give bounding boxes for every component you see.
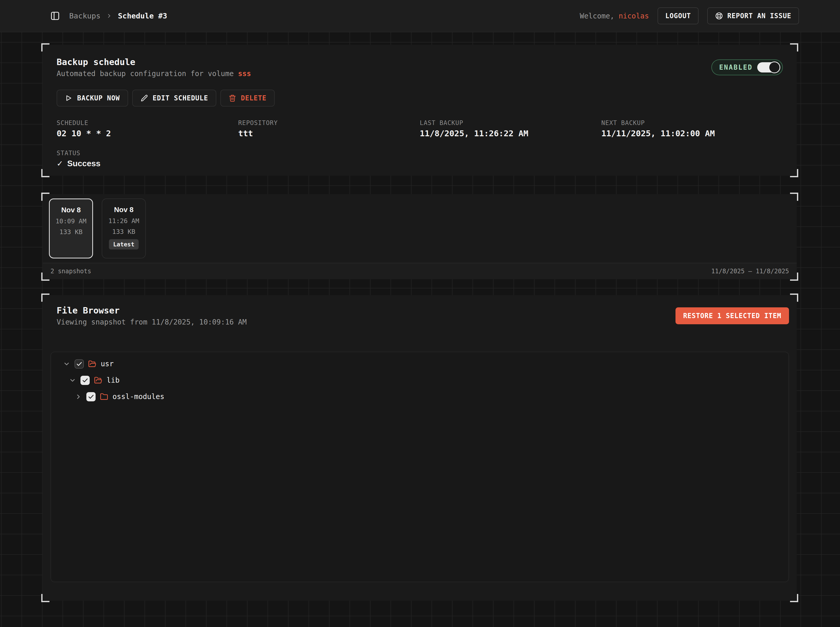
- checkbox-checked[interactable]: [86, 392, 96, 401]
- tree-item-ossl-modules[interactable]: ossl-modules: [51, 389, 788, 405]
- file-browser-title: File Browser: [57, 305, 247, 316]
- field-label: REPOSITORY: [238, 119, 420, 126]
- field-value: ttt: [238, 129, 420, 138]
- snapshot-time: 11:26 AM: [108, 217, 139, 225]
- snapshot-date: Nov 8: [61, 206, 81, 214]
- pencil-icon: [141, 94, 148, 102]
- file-browser-panel: File Browser Viewing snapshot from 11/8/…: [43, 295, 797, 600]
- sidebar-toggle-button[interactable]: [50, 11, 60, 21]
- toggle-switch[interactable]: [757, 62, 780, 72]
- volume-name: sss: [238, 69, 251, 78]
- corner-bracket: [41, 169, 49, 177]
- corner-bracket: [790, 169, 798, 177]
- corner-bracket: [41, 293, 49, 302]
- welcome-prefix: Welcome,: [580, 12, 614, 20]
- delete-button[interactable]: DELETE: [220, 90, 275, 107]
- report-issue-label: REPORT AN ISSUE: [727, 12, 791, 20]
- page-title: Backup schedule: [57, 57, 251, 67]
- edit-schedule-button[interactable]: EDIT SCHEDULE: [132, 90, 216, 107]
- panel-subtitle: Automated backup configuration for volum…: [57, 69, 251, 79]
- tree-item-label: usr: [101, 359, 114, 368]
- status-label: STATUS: [57, 150, 783, 157]
- chevron-right-icon[interactable]: [75, 393, 82, 400]
- backup-now-label: BACKUP NOW: [77, 94, 120, 102]
- tree-item-lib[interactable]: lib: [51, 372, 788, 389]
- corner-bracket: [41, 192, 49, 201]
- chevron-right-icon: [106, 13, 112, 19]
- corner-bracket: [790, 192, 798, 201]
- snapshot-size: 133 KB: [60, 228, 82, 236]
- checkbox-checked[interactable]: [81, 376, 90, 385]
- field-last-backup: LAST BACKUP 11/8/2025, 11:26:22 AM: [420, 119, 602, 138]
- backup-now-button[interactable]: BACKUP NOW: [57, 90, 128, 107]
- trash-icon: [229, 94, 236, 102]
- field-value: 11/11/2025, 11:02:00 AM: [602, 129, 783, 138]
- corner-bracket: [41, 594, 49, 602]
- logout-button[interactable]: LOGOUT: [658, 8, 699, 24]
- username: nicolas: [619, 12, 649, 20]
- field-value: 11/8/2025, 11:26:22 AM: [420, 129, 602, 138]
- play-icon: [65, 94, 73, 102]
- snapshot-time: 10:09 AM: [55, 217, 86, 225]
- delete-label: DELETE: [241, 94, 267, 102]
- field-label: LAST BACKUP: [420, 119, 602, 126]
- enabled-toggle[interactable]: ENABLED: [711, 60, 783, 75]
- backup-schedule-panel: Backup schedule Automated backup configu…: [43, 45, 797, 176]
- tree-item-usr[interactable]: usr: [51, 356, 788, 372]
- snapshot-date: Nov 8: [114, 206, 134, 214]
- report-issue-button[interactable]: REPORT AN ISSUE: [707, 8, 799, 24]
- folder-open-icon: [88, 360, 96, 368]
- corner-bracket: [790, 594, 798, 602]
- restore-button[interactable]: RESTORE 1 SELECTED ITEM: [676, 307, 789, 324]
- corner-bracket: [790, 43, 798, 52]
- snapshot-date-range: 11/8/2025 – 11/8/2025: [711, 268, 789, 275]
- welcome-text: Welcome, nicolas: [580, 12, 649, 20]
- corner-bracket: [41, 43, 49, 52]
- snapshot-count: 2 snapshots: [51, 268, 91, 275]
- tree-item-label: lib: [107, 376, 120, 384]
- chevron-down-icon[interactable]: [63, 360, 70, 367]
- toggle-knob: [769, 61, 780, 73]
- field-value: 02 10 * * 2: [57, 129, 238, 138]
- chevron-down-icon[interactable]: [69, 377, 76, 384]
- field-schedule: SCHEDULE 02 10 * * 2: [57, 119, 238, 138]
- logout-label: LOGOUT: [665, 12, 691, 20]
- file-browser-subtitle: Viewing snapshot from 11/8/2025, 10:09:1…: [57, 317, 247, 327]
- status-badge: Success: [67, 159, 101, 168]
- field-label: NEXT BACKUP: [602, 119, 783, 126]
- breadcrumb-section[interactable]: Backups: [69, 11, 101, 20]
- corner-bracket: [41, 273, 49, 281]
- edit-schedule-label: EDIT SCHEDULE: [153, 94, 208, 102]
- breadcrumb-current: Schedule #3: [118, 11, 167, 20]
- field-repository: REPOSITORY ttt: [238, 119, 420, 138]
- corner-bracket: [790, 293, 798, 302]
- file-tree: usr lib ossl-modules: [51, 352, 789, 582]
- top-bar: Backups Schedule #3 Welcome, nicolas LOG…: [0, 0, 840, 32]
- snapshot-size: 133 KB: [112, 228, 135, 235]
- subtitle-prefix: Automated backup configuration for volum…: [57, 69, 238, 78]
- field-next-backup: NEXT BACKUP 11/11/2025, 11:02:00 AM: [602, 119, 783, 138]
- field-label: SCHEDULE: [57, 119, 238, 126]
- snapshots-footer: 2 snapshots 11/8/2025 – 11/8/2025: [43, 263, 797, 279]
- lifebuoy-icon: [715, 12, 723, 20]
- snapshot-card[interactable]: Nov 8 11:26 AM 133 KB Latest: [102, 198, 146, 258]
- corner-bracket: [790, 273, 798, 281]
- enabled-label: ENABLED: [719, 63, 753, 71]
- folder-open-icon: [94, 376, 102, 384]
- folder-icon: [100, 393, 108, 401]
- latest-badge: Latest: [109, 239, 138, 249]
- breadcrumb: Backups Schedule #3: [69, 11, 167, 20]
- panel-left-icon: [50, 11, 60, 21]
- snapshots-panel: Nov 8 10:09 AM 133 KB Nov 8 11:26 AM 133…: [43, 194, 797, 279]
- snapshot-card-selected[interactable]: Nov 8 10:09 AM 133 KB: [49, 198, 93, 258]
- tree-item-label: ossl-modules: [112, 392, 164, 401]
- checkbox-checked[interactable]: [74, 359, 84, 369]
- status-block: STATUS ✓ Success: [57, 150, 783, 168]
- check-icon: ✓: [57, 159, 63, 168]
